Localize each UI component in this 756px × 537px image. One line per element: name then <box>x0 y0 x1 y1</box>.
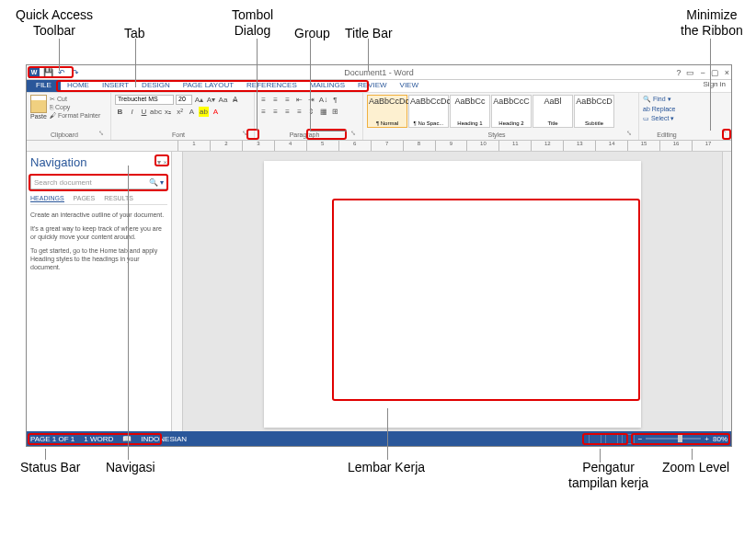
zoom-level[interactable]: 80% <box>713 435 727 443</box>
find-button[interactable]: 🔍 Find ▾ <box>643 95 691 105</box>
increase-indent-button[interactable]: ⇥ <box>306 95 316 105</box>
statusbar: PAGE 1 OF 1 1 WORD 📖 INDONESIAN − + 80% <box>27 431 731 446</box>
tab-insert[interactable]: INSERT <box>96 80 135 92</box>
font-size-select[interactable]: 20 <box>176 95 192 105</box>
ann-lembar: Lembar Kerja <box>348 460 425 475</box>
justify-button[interactable]: ≡ <box>294 107 304 117</box>
style-item-3[interactable]: AaBbCcCHeading 2 <box>491 95 532 128</box>
tab-file[interactable]: FILE <box>27 80 61 92</box>
status-page[interactable]: PAGE 1 OF 1 <box>30 435 74 443</box>
nav-close-icon[interactable]: × <box>163 158 167 166</box>
close-icon[interactable]: × <box>725 68 729 77</box>
decrease-indent-button[interactable]: ⇤ <box>294 95 304 105</box>
view-print-button[interactable] <box>605 434 618 444</box>
paste-button[interactable]: Paste <box>30 95 47 120</box>
zoom-slider[interactable] <box>646 438 701 440</box>
navigation-pane: Navigation ▾ × Search document 🔍 ▾ HEADI… <box>27 152 172 431</box>
zoom-in-button[interactable]: + <box>704 435 709 443</box>
borders-button[interactable]: ⊞ <box>330 107 340 117</box>
change-case-button[interactable]: Aa <box>218 95 228 105</box>
document-title: Document1 - Word <box>344 68 413 77</box>
help-icon[interactable]: ? <box>676 68 681 77</box>
style-item-1[interactable]: AaBbCcDc¶ No Spac... <box>408 95 449 128</box>
format-painter-button[interactable]: 🖌 Format Painter <box>50 111 100 120</box>
numbering-button[interactable]: ≡ <box>270 95 281 105</box>
style-item-4[interactable]: AaBlTitle <box>533 95 573 128</box>
tab-design[interactable]: DESIGN <box>135 80 177 92</box>
grow-font-button[interactable]: A▴ <box>194 95 204 105</box>
align-right-button[interactable]: ≡ <box>282 107 292 117</box>
show-marks-button[interactable]: ¶ <box>330 95 340 105</box>
nav-search-input[interactable]: Search document 🔍 ▾ <box>30 175 167 189</box>
document-page[interactable] <box>264 161 641 428</box>
cut-button[interactable]: ✂ Cut <box>50 95 100 103</box>
tab-view[interactable]: VIEW <box>394 80 425 92</box>
tab-references[interactable]: REFERENCES <box>240 80 304 92</box>
paragraph-label: Paragraph <box>258 131 350 138</box>
view-read-button[interactable] <box>589 434 601 444</box>
nav-tab-headings[interactable]: HEADINGS <box>30 195 64 202</box>
tab-home[interactable]: HOME <box>61 80 96 92</box>
underline-button[interactable]: U <box>139 107 149 117</box>
status-words[interactable]: 1 WORD <box>84 435 113 443</box>
bullets-button[interactable]: ≡ <box>258 95 269 105</box>
style-item-2[interactable]: AaBbCcHeading 1 <box>450 95 490 128</box>
copy-button[interactable]: ⎘ Copy <box>50 103 100 111</box>
text-effects-button[interactable]: A <box>187 107 197 117</box>
nav-title: Navigation ▾ × <box>30 155 167 169</box>
minimize-icon[interactable]: − <box>700 68 704 77</box>
highlight-button[interactable]: ab <box>199 107 209 117</box>
undo-icon[interactable]: ↶ <box>56 67 67 78</box>
ruler-horizontal[interactable]: 1234567891011121314151617 <box>27 141 731 152</box>
dialog-launcher-clipboard[interactable]: ⤡ <box>98 130 107 138</box>
clear-formatting-button[interactable]: A̶ <box>230 95 240 105</box>
style-item-0[interactable]: AaBbCcDc¶ Normal <box>367 95 407 128</box>
dialog-launcher-font[interactable]: ⤡ <box>242 130 250 138</box>
group-font: Trebuchet MS 20 A▴ A▾ Aa A̶ B I U abc x₂… <box>111 93 255 140</box>
status-language[interactable]: INDONESIAN <box>141 435 187 443</box>
nav-text-1: Create an interactive outline of your do… <box>30 211 167 219</box>
ribbon-display-icon[interactable]: ▭ <box>686 68 694 77</box>
zoom-out-button[interactable]: − <box>638 435 643 443</box>
subscript-button[interactable]: x₂ <box>163 107 173 117</box>
tab-review[interactable]: REVIEW <box>351 80 394 92</box>
maximize-icon[interactable]: ▢ <box>711 68 719 77</box>
view-web-button[interactable] <box>622 434 635 444</box>
align-left-button[interactable]: ≡ <box>258 107 269 117</box>
ruler-mark: 13 <box>563 141 595 151</box>
window-controls: ? ▭ − ▢ × <box>676 68 729 77</box>
ruler-mark: 8 <box>403 141 435 151</box>
bold-button[interactable]: B <box>115 107 125 117</box>
font-color-button[interactable]: A <box>211 107 221 117</box>
dialog-launcher-paragraph[interactable]: ⤡ <box>350 130 359 138</box>
collapse-ribbon-button[interactable]: ⌃ <box>721 130 727 138</box>
superscript-button[interactable]: x² <box>175 107 185 117</box>
tab-page-layout[interactable]: PAGE LAYOUT <box>177 80 240 92</box>
strike-button[interactable]: abc <box>151 107 161 117</box>
line-spacing-button[interactable]: ⇕ <box>306 107 316 117</box>
ruler-vertical[interactable] <box>172 152 183 431</box>
ruler-mark: 6 <box>338 141 371 151</box>
nav-dropdown-icon[interactable]: ▾ <box>157 158 161 166</box>
scrollbar-vertical[interactable] <box>722 152 731 431</box>
replace-button[interactable]: ab Replace <box>643 105 691 115</box>
dialog-launcher-styles[interactable]: ⤡ <box>626 130 635 138</box>
shading-button[interactable]: ▦ <box>318 107 328 117</box>
shrink-font-button[interactable]: A▾ <box>206 95 216 105</box>
redo-icon[interactable]: ↷ <box>70 67 81 78</box>
multilevel-button[interactable]: ≡ <box>282 95 292 105</box>
font-name-select[interactable]: Trebuchet MS <box>115 95 174 105</box>
sort-button[interactable]: A↓ <box>318 95 328 105</box>
italic-button[interactable]: I <box>127 107 137 117</box>
document-area <box>172 152 731 431</box>
align-center-button[interactable]: ≡ <box>270 107 281 117</box>
save-icon[interactable]: 💾 <box>42 67 53 78</box>
select-button[interactable]: ▭ Select ▾ <box>643 114 691 124</box>
style-item-5[interactable]: AaBbCcDSubtitle <box>574 95 614 128</box>
nav-tab-results[interactable]: RESULTS <box>104 195 133 202</box>
sign-in-link[interactable]: Sign in <box>704 80 726 88</box>
ruler-mark: 14 <box>595 141 627 151</box>
nav-tab-pages[interactable]: PAGES <box>74 195 96 202</box>
ribbon: Paste ✂ Cut ⎘ Copy 🖌 Format Painter Clip… <box>27 93 731 141</box>
ruler-mark: 10 <box>466 141 498 151</box>
